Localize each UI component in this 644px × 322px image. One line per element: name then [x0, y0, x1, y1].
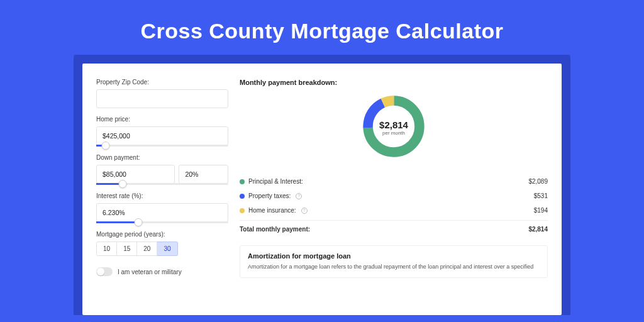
down-payment-slider[interactable]: [96, 183, 228, 185]
legend-row-0: Principal & Interest:$2,089: [240, 174, 548, 189]
donut-center-sub: per month: [379, 130, 408, 136]
total-value: $2,814: [528, 226, 548, 233]
period-button-30[interactable]: 30: [157, 242, 177, 256]
legend-row-1: Property taxes:?$531: [240, 189, 548, 203]
home-price-input[interactable]: [96, 126, 228, 145]
legend-label: Property taxes:: [248, 192, 291, 199]
amortization-card: Amortization for mortgage loan Amortizat…: [240, 245, 548, 278]
legend-label: Home insurance:: [248, 207, 296, 214]
total-label: Total monthly payment:: [240, 226, 310, 233]
period-button-10[interactable]: 10: [96, 242, 117, 256]
page-title: Cross County Mortgage Calculator: [0, 0, 644, 55]
legend-dot: [240, 194, 245, 199]
legend-dot: [240, 179, 245, 184]
legend-value: $531: [534, 192, 548, 199]
breakdown-title: Monthly payment breakdown:: [240, 79, 548, 86]
home-price-slider-thumb[interactable]: [101, 142, 109, 150]
inputs-column: Property Zip Code: Home price: Down paym…: [96, 79, 228, 300]
interest-slider-thumb[interactable]: [135, 218, 143, 226]
donut-center-amount: $2,814: [379, 119, 408, 130]
breakdown-column: Monthly payment breakdown: $2,814 per mo…: [240, 79, 548, 300]
donut-center: $2,814 per month: [379, 119, 408, 136]
amortization-text: Amortization for a mortgage loan refers …: [248, 264, 540, 271]
home-price-slider[interactable]: [96, 145, 228, 147]
calculator-shell: Property Zip Code: Home price: Down paym…: [74, 55, 570, 315]
interest-input[interactable]: [96, 203, 228, 222]
zip-group: Property Zip Code:: [96, 79, 228, 108]
amortization-title: Amortization for mortgage loan: [248, 252, 540, 260]
veteran-toggle-row: I am veteran or military: [96, 267, 228, 276]
donut-holder: $2,814 per month: [360, 92, 428, 163]
period-buttons: 10152030: [96, 242, 228, 256]
interest-group: Interest rate (%):: [96, 192, 228, 223]
info-icon[interactable]: ?: [296, 193, 302, 199]
interest-label: Interest rate (%):: [96, 192, 228, 199]
home-price-label: Home price:: [96, 116, 228, 123]
period-group: Mortgage period (years): 10152030: [96, 231, 228, 256]
legend-dot: [240, 208, 245, 213]
down-payment-label: Down payment:: [96, 154, 228, 161]
down-payment-group: Down payment:: [96, 154, 228, 185]
down-payment-input[interactable]: [96, 165, 175, 184]
toggle-knob: [97, 268, 104, 275]
legend-value: $194: [534, 207, 548, 214]
veteran-toggle[interactable]: [96, 267, 113, 276]
legend: Principal & Interest:$2,089Property taxe…: [240, 174, 548, 218]
veteran-label: I am veteran or military: [118, 269, 182, 275]
period-label: Mortgage period (years):: [96, 231, 228, 238]
donut-chart-wrap: $2,814 per month: [240, 92, 548, 163]
legend-row-2: Home insurance:?$194: [240, 203, 548, 218]
period-button-15[interactable]: 15: [117, 242, 137, 256]
total-row: Total monthly payment: $2,814: [240, 220, 548, 236]
calculator-card: Property Zip Code: Home price: Down paym…: [82, 64, 562, 315]
down-payment-pct-input[interactable]: [179, 165, 228, 184]
legend-value: $2,089: [528, 178, 548, 185]
zip-input[interactable]: [96, 89, 228, 108]
zip-label: Property Zip Code:: [96, 79, 228, 86]
info-icon[interactable]: ?: [301, 208, 308, 214]
home-price-group: Home price:: [96, 116, 228, 147]
interest-slider[interactable]: [96, 221, 228, 223]
down-payment-slider-thumb[interactable]: [119, 180, 127, 188]
period-button-20[interactable]: 20: [137, 242, 157, 256]
legend-label: Principal & Interest:: [248, 178, 303, 185]
